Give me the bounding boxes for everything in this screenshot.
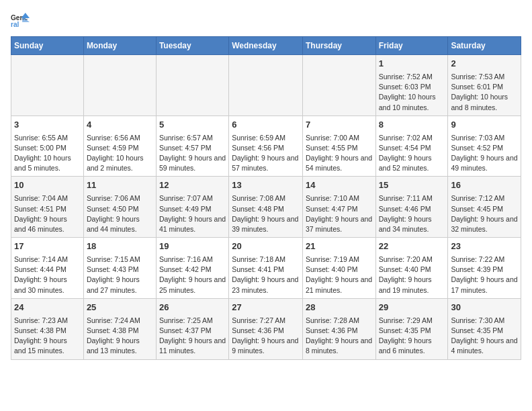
day-number: 29 [379,302,445,314]
day-info: Sunrise: 7:00 AM Sunset: 4:55 PM Dayligh… [306,133,373,174]
day-info: Sunrise: 7:02 AM Sunset: 4:54 PM Dayligh… [379,133,445,174]
week-row-2: 3Sunrise: 6:55 AM Sunset: 5:00 PM Daylig… [11,116,521,177]
day-number: 2 [451,58,518,71]
calendar-table: SundayMondayTuesdayWednesdayThursdayFrid… [11,36,521,360]
calendar-header: SundayMondayTuesdayWednesdayThursdayFrid… [11,37,521,55]
week-row-3: 10Sunrise: 7:04 AM Sunset: 4:51 PM Dayli… [11,177,521,238]
day-cell [229,55,303,116]
day-info: Sunrise: 7:16 AM Sunset: 4:42 PM Dayligh… [159,255,226,295]
day-number: 18 [87,240,153,253]
day-number: 16 [451,179,518,192]
day-number: 25 [87,302,153,314]
day-number: 21 [306,240,373,253]
day-cell: 27Sunrise: 7:27 AM Sunset: 4:36 PM Dayli… [229,298,303,359]
day-number: 23 [451,240,518,253]
day-info: Sunrise: 7:27 AM Sunset: 4:36 PM Dayligh… [232,316,300,357]
day-cell: 12Sunrise: 7:07 AM Sunset: 4:49 PM Dayli… [156,177,228,238]
day-cell: 24Sunrise: 7:23 AM Sunset: 4:38 PM Dayli… [11,298,84,359]
day-info: Sunrise: 7:07 AM Sunset: 4:49 PM Dayligh… [159,193,226,234]
logo-icon: Gene ral [11,11,30,30]
day-cell: 6Sunrise: 6:59 AM Sunset: 4:56 PM Daylig… [229,116,303,177]
day-number: 6 [232,119,300,132]
day-cell [156,55,228,116]
day-cell: 1Sunrise: 7:52 AM Sunset: 6:03 PM Daylig… [375,55,448,116]
day-cell: 5Sunrise: 6:57 AM Sunset: 4:57 PM Daylig… [156,116,228,177]
day-number: 28 [306,302,373,314]
day-info: Sunrise: 7:23 AM Sunset: 4:38 PM Dayligh… [14,316,81,357]
day-cell: 13Sunrise: 7:08 AM Sunset: 4:48 PM Dayli… [229,177,303,238]
day-info: Sunrise: 7:22 AM Sunset: 4:39 PM Dayligh… [451,255,518,295]
day-cell: 9Sunrise: 7:03 AM Sunset: 4:52 PM Daylig… [448,116,521,177]
day-info: Sunrise: 7:30 AM Sunset: 4:35 PM Dayligh… [451,316,518,357]
day-info: Sunrise: 7:12 AM Sunset: 4:45 PM Dayligh… [451,193,518,234]
day-number: 10 [14,179,81,192]
header: Gene ral [11,11,521,30]
col-header-tuesday: Tuesday [156,37,228,55]
day-info: Sunrise: 7:20 AM Sunset: 4:40 PM Dayligh… [379,255,445,295]
day-cell: 10Sunrise: 7:04 AM Sunset: 4:51 PM Dayli… [11,177,84,238]
day-info: Sunrise: 7:11 AM Sunset: 4:46 PM Dayligh… [379,193,445,234]
calendar-body: 1Sunrise: 7:52 AM Sunset: 6:03 PM Daylig… [11,55,521,360]
day-cell: 15Sunrise: 7:11 AM Sunset: 4:46 PM Dayli… [375,177,448,238]
day-number: 1 [379,58,445,71]
day-cell: 4Sunrise: 6:56 AM Sunset: 4:59 PM Daylig… [83,116,156,177]
day-number: 12 [159,179,226,192]
day-number: 26 [159,302,226,314]
day-cell: 20Sunrise: 7:18 AM Sunset: 4:41 PM Dayli… [229,238,303,299]
day-number: 3 [14,119,81,132]
day-info: Sunrise: 7:10 AM Sunset: 4:47 PM Dayligh… [306,193,373,234]
day-number: 4 [87,119,153,132]
day-info: Sunrise: 7:52 AM Sunset: 6:03 PM Dayligh… [379,72,445,113]
col-header-friday: Friday [375,37,448,55]
day-number: 5 [159,119,226,132]
day-number: 14 [306,179,373,192]
day-number: 9 [451,119,518,132]
day-number: 30 [451,302,518,314]
day-number: 8 [379,119,445,132]
day-cell: 18Sunrise: 7:15 AM Sunset: 4:43 PM Dayli… [83,238,156,299]
col-header-saturday: Saturday [448,37,521,55]
day-cell [11,55,84,116]
day-cell: 17Sunrise: 7:14 AM Sunset: 4:44 PM Dayli… [11,238,84,299]
day-number: 15 [379,179,445,192]
day-info: Sunrise: 7:29 AM Sunset: 4:35 PM Dayligh… [379,316,445,357]
day-cell: 3Sunrise: 6:55 AM Sunset: 5:00 PM Daylig… [11,116,84,177]
week-row-4: 17Sunrise: 7:14 AM Sunset: 4:44 PM Dayli… [11,238,521,299]
day-info: Sunrise: 7:03 AM Sunset: 4:52 PM Dayligh… [451,133,518,174]
col-header-monday: Monday [83,37,156,55]
day-info: Sunrise: 6:55 AM Sunset: 5:00 PM Dayligh… [14,133,81,174]
day-info: Sunrise: 7:28 AM Sunset: 4:36 PM Dayligh… [306,316,373,357]
day-info: Sunrise: 7:19 AM Sunset: 4:40 PM Dayligh… [306,255,373,295]
day-cell: 7Sunrise: 7:00 AM Sunset: 4:55 PM Daylig… [302,116,375,177]
week-row-5: 24Sunrise: 7:23 AM Sunset: 4:38 PM Dayli… [11,298,521,359]
day-info: Sunrise: 7:08 AM Sunset: 4:48 PM Dayligh… [232,193,300,234]
day-number: 19 [159,240,226,253]
col-header-sunday: Sunday [11,37,84,55]
day-info: Sunrise: 6:57 AM Sunset: 4:57 PM Dayligh… [159,133,226,174]
day-cell: 2Sunrise: 7:53 AM Sunset: 6:01 PM Daylig… [448,55,521,116]
day-number: 22 [379,240,445,253]
day-cell [302,55,375,116]
col-header-thursday: Thursday [302,37,375,55]
day-cell: 14Sunrise: 7:10 AM Sunset: 4:47 PM Dayli… [302,177,375,238]
day-number: 11 [87,179,153,192]
svg-text:ral: ral [11,21,19,28]
day-number: 20 [232,240,300,253]
day-info: Sunrise: 6:59 AM Sunset: 4:56 PM Dayligh… [232,133,300,174]
day-number: 27 [232,302,300,314]
day-info: Sunrise: 7:25 AM Sunset: 4:37 PM Dayligh… [159,316,226,357]
week-row-1: 1Sunrise: 7:52 AM Sunset: 6:03 PM Daylig… [11,55,521,116]
day-cell: 19Sunrise: 7:16 AM Sunset: 4:42 PM Dayli… [156,238,228,299]
day-number: 24 [14,302,81,314]
day-info: Sunrise: 7:53 AM Sunset: 6:01 PM Dayligh… [451,72,518,113]
day-cell: 23Sunrise: 7:22 AM Sunset: 4:39 PM Dayli… [448,238,521,299]
day-cell: 21Sunrise: 7:19 AM Sunset: 4:40 PM Dayli… [302,238,375,299]
day-info: Sunrise: 7:15 AM Sunset: 4:43 PM Dayligh… [87,255,153,295]
day-cell: 30Sunrise: 7:30 AM Sunset: 4:35 PM Dayli… [448,298,521,359]
logo: Gene ral [11,11,32,30]
day-number: 13 [232,179,300,192]
day-info: Sunrise: 7:04 AM Sunset: 4:51 PM Dayligh… [14,193,81,234]
header-row: SundayMondayTuesdayWednesdayThursdayFrid… [11,37,521,55]
day-cell: 22Sunrise: 7:20 AM Sunset: 4:40 PM Dayli… [375,238,448,299]
day-cell: 16Sunrise: 7:12 AM Sunset: 4:45 PM Dayli… [448,177,521,238]
